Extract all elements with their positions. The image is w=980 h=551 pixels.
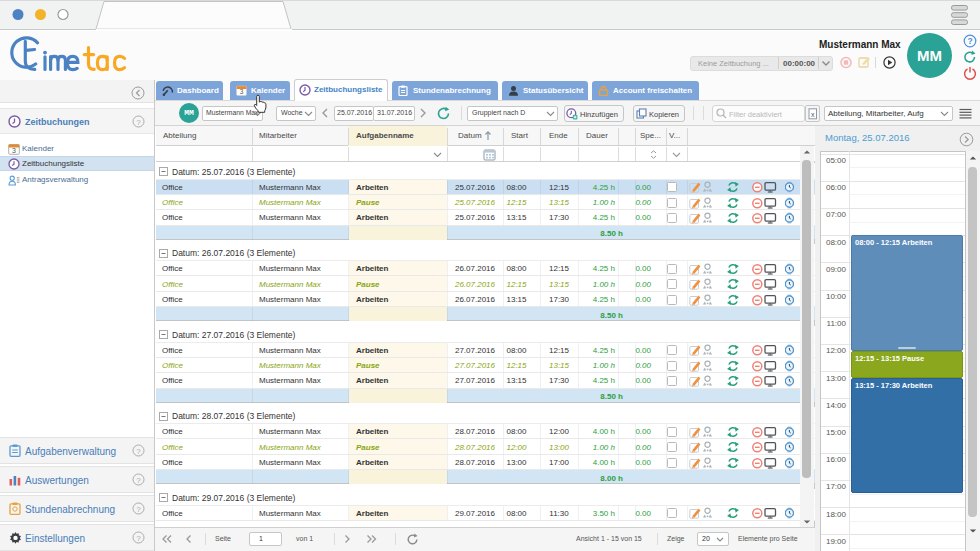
svg-text:?: ?	[136, 476, 141, 485]
svg-text:3: 3	[240, 88, 244, 95]
svg-text:?: ?	[136, 447, 141, 456]
svg-text:?: ?	[136, 118, 141, 127]
svg-text:?: ?	[967, 36, 972, 46]
svg-text:?: ?	[136, 505, 141, 514]
svg-text:3: 3	[12, 147, 16, 154]
svg-text:?: ?	[136, 534, 141, 543]
svg-text:x: x	[811, 111, 815, 118]
